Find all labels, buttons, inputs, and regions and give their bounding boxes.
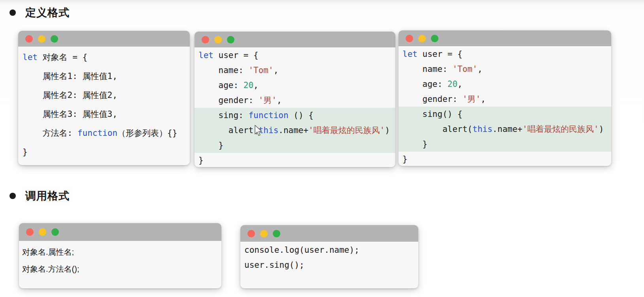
code-token-number: 20 (244, 81, 253, 90)
code-line: let 对象名 = { (23, 48, 190, 67)
section-header-call: 调用格式 (9, 189, 70, 203)
code-token-plain: sing() { (402, 109, 463, 119)
maximize-button[interactable] (273, 230, 280, 237)
code-token-string: 'Tom' (452, 64, 477, 74)
code-token-string: '唱着最炫的民族风' (308, 126, 385, 135)
code-line: 对象名.方法名(); (22, 261, 221, 278)
code-token-string: '唱着最炫的民族风' (522, 124, 599, 134)
code-content: 对象名.属性名;对象名.方法名(); (19, 241, 221, 278)
code-token-plain: , (277, 96, 282, 105)
window-titlebar (240, 225, 418, 242)
code-line: user.sing(); (244, 258, 418, 273)
code-line: sing() { (398, 107, 611, 122)
code-token-plain: 属性名2: 属性值2, (23, 90, 117, 100)
code-line: age: 20, (398, 77, 611, 92)
code-line: } (195, 138, 395, 153)
code-token-plain: , (457, 79, 463, 89)
code-line: gender: '男', (195, 93, 395, 108)
code-window-call-example: console.log(user.name);user.sing(); (240, 225, 418, 288)
maximize-button[interactable] (431, 35, 438, 42)
close-button[interactable] (247, 230, 255, 237)
slide-page: 定义格式 let 对象名 = { 属性名1: 属性值1, 属性名2: 属性值2,… (0, 0, 644, 297)
code-token-plain: 对象名.方法名(); (22, 265, 79, 273)
code-token-plain: gender: (198, 96, 259, 105)
code-token-string: '男' (463, 94, 481, 104)
minimize-button[interactable] (418, 35, 426, 42)
code-token-plain: } (198, 156, 204, 165)
section-header-definition: 定义格式 (9, 6, 70, 20)
window-titlebar (18, 31, 190, 47)
close-button[interactable] (25, 35, 33, 43)
maximize-button[interactable] (51, 35, 58, 43)
code-token-plain: } (198, 141, 223, 150)
code-token-keyword: let (402, 49, 417, 59)
code-token-plain: alert( (402, 124, 472, 134)
code-token-keyword: this (472, 124, 493, 134)
code-token-plain: age: (402, 79, 448, 89)
code-line: age: 20, (195, 78, 395, 93)
code-window-call-syntax: 对象名.属性名;对象名.方法名(); (19, 223, 221, 288)
code-token-keyword: let (198, 51, 213, 60)
code-content: console.log(user.name);user.sing(); (240, 242, 418, 273)
code-token-plain: age: (198, 81, 244, 90)
code-token-plain: user.sing(); (244, 260, 304, 270)
code-token-string: 'Tom' (248, 66, 273, 75)
code-token-plain: user = { (213, 51, 259, 60)
code-content: let user = { name: 'Tom', age: 20, gende… (398, 46, 611, 166)
code-window-object-syntax: let 对象名 = { 属性名1: 属性值1, 属性名2: 属性值2, 属性名3… (18, 31, 190, 165)
maximize-button[interactable] (51, 228, 59, 236)
code-line: } (195, 153, 395, 167)
bullet-icon (9, 9, 16, 16)
code-line: } (23, 143, 190, 162)
code-token-string: '男' (259, 96, 277, 105)
code-token-plain: } (402, 139, 427, 149)
code-token-keyword: function (77, 128, 117, 138)
code-token-plain: gender: (402, 94, 463, 104)
code-token-plain: 方法名: (23, 128, 77, 138)
code-line: 方法名: function（形参列表）{} (23, 124, 190, 143)
section-title: 定义格式 (25, 6, 70, 20)
bullet-icon (9, 193, 16, 199)
minimize-button[interactable] (214, 36, 222, 43)
code-line: let user = { (398, 47, 611, 62)
code-token-plain: , (253, 81, 259, 90)
code-token-plain: name: (198, 66, 248, 75)
window-titlebar (398, 30, 611, 46)
minimize-button[interactable] (39, 228, 46, 236)
minimize-button[interactable] (260, 230, 268, 237)
section-title: 调用格式 (25, 189, 70, 203)
code-window-user-function: let user = { name: 'Tom', age: 20, gende… (195, 32, 395, 167)
code-content: let user = { name: 'Tom', age: 20, gende… (195, 47, 395, 167)
code-content: let 对象名 = { 属性名1: 属性值1, 属性名2: 属性值2, 属性名3… (18, 47, 190, 162)
code-line: gender: '男', (398, 92, 611, 107)
code-line: name: 'Tom', (195, 63, 395, 78)
code-token-plain: } (402, 154, 408, 164)
code-line: 对象名.属性名; (22, 244, 221, 261)
maximize-button[interactable] (227, 36, 234, 43)
code-token-plain: } (23, 147, 28, 157)
code-line: 属性名2: 属性值2, (23, 86, 190, 105)
code-window-user-shorthand: let user = { name: 'Tom', age: 20, gende… (398, 30, 611, 166)
code-line: alert(this.name+'唱着最炫的民族风') (195, 123, 395, 138)
code-line: 属性名1: 属性值1, (23, 67, 190, 86)
code-line: 属性名3: 属性值3, (23, 105, 190, 124)
code-token-plain: 对象名.属性名; (22, 248, 74, 256)
code-token-plain: sing: (198, 111, 248, 120)
minimize-button[interactable] (38, 35, 45, 43)
code-token-plain: .name+ (493, 124, 523, 134)
mouse-cursor-icon (253, 124, 263, 137)
code-token-plain: ) (599, 124, 604, 134)
close-button[interactable] (26, 228, 34, 236)
code-token-plain: console.log(user.name); (244, 245, 359, 255)
code-token-plain: () { (289, 111, 314, 120)
close-button[interactable] (202, 36, 209, 43)
code-token-plain: , (478, 64, 483, 74)
code-token-keyword: function (248, 111, 288, 120)
code-line: let user = { (195, 48, 395, 63)
code-token-plain: alert( (198, 126, 259, 135)
code-token-plain: 属性名1: 属性值1, (23, 71, 117, 81)
code-line: } (398, 137, 611, 152)
close-button[interactable] (406, 35, 413, 42)
code-token-plain: 对象名 = { (38, 53, 87, 62)
window-titlebar (19, 223, 221, 241)
